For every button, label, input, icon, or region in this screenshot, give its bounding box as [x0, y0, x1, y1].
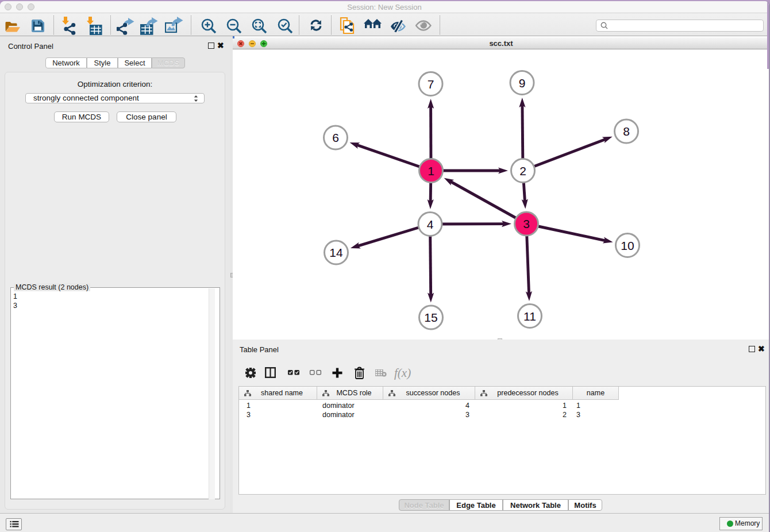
svg-text:11: 11: [523, 310, 536, 323]
svg-text:15: 15: [424, 311, 437, 324]
svg-text:1: 1: [428, 164, 434, 178]
svg-text:3: 3: [523, 217, 530, 230]
svg-text:6: 6: [332, 131, 339, 144]
svg-text:4: 4: [427, 218, 434, 231]
svg-text:10: 10: [621, 239, 634, 252]
svg-text:9: 9: [519, 76, 526, 90]
svg-text:2: 2: [519, 164, 526, 178]
svg-text:7: 7: [428, 78, 434, 91]
svg-text:14: 14: [329, 246, 343, 259]
svg-text:8: 8: [623, 125, 630, 138]
